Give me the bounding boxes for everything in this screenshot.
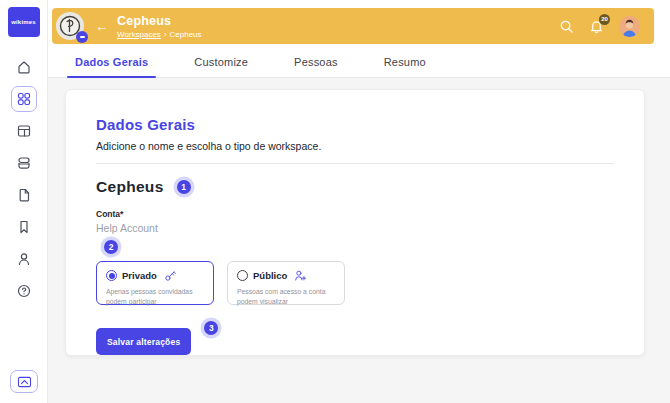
save-row: Salvar alterações 3 (96, 328, 614, 355)
document-icon (16, 187, 32, 203)
sidebar-item-apps[interactable] (0, 83, 48, 115)
edit-logo-badge[interactable] (76, 31, 88, 43)
title-block: Cepheus Workspaces › Cepheus (117, 14, 202, 39)
help-icon (16, 283, 32, 299)
option-privado[interactable]: Privado Apenas pessoas convidadas podem … (96, 261, 214, 305)
database-icon (16, 155, 32, 171)
main-pane: ← Cepheus Workspaces › Cepheus 20 (48, 0, 670, 403)
account-value: Help Account (96, 222, 614, 234)
sidebar-item-documents[interactable] (0, 179, 48, 211)
display-icon (17, 376, 32, 388)
step-1-badge: 1 (177, 180, 191, 194)
option-publico[interactable]: Público Pessoas com acesso a conta podem… (227, 261, 345, 305)
step-2-wrap: 2 (104, 240, 614, 254)
apps-grid-icon (16, 91, 32, 107)
tab-pessoas[interactable]: Pessoas (294, 56, 338, 77)
sidebar-item-bookmarks[interactable] (0, 211, 48, 243)
tab-resumo[interactable]: Resumo (384, 56, 426, 77)
workspace-header: ← Cepheus Workspaces › Cepheus 20 (52, 8, 654, 44)
search-button[interactable] (559, 19, 574, 34)
publico-description: Pessoas com acesso a conta podem visuali… (237, 287, 335, 307)
privado-radio[interactable] (106, 270, 117, 281)
step-2-badge: 2 (104, 240, 118, 254)
active-item-frame (11, 86, 37, 112)
sidebar-bottom (0, 370, 48, 393)
tab-customize[interactable]: Customize (194, 56, 248, 77)
tab-dados-gerais[interactable]: Dados Gerais (75, 56, 148, 77)
user-icon (16, 251, 32, 267)
breadcrumb-current: Cepheus (170, 30, 202, 39)
option-publico-head: Público (237, 269, 335, 282)
save-button[interactable]: Salvar alterações (96, 328, 191, 355)
publico-radio[interactable] (237, 270, 248, 281)
publico-label: Público (253, 270, 287, 281)
breadcrumb-separator: › (164, 30, 167, 39)
general-data-card: Dados Gerais Adicione o nome e escolha o… (65, 89, 645, 356)
section-subtitle: Adicione o nome e escolha o tipo de work… (96, 140, 614, 152)
back-button[interactable]: ← (95, 20, 108, 33)
workspace-name-row: Cepheus 1 (96, 178, 614, 196)
step-3-badge: 3 (204, 321, 218, 335)
home-icon (16, 59, 32, 75)
privado-description: Apenas pessoas convidadas podem particip… (106, 287, 204, 307)
visibility-options: Privado Apenas pessoas convidadas podem … (96, 261, 614, 305)
breadcrumb-workspaces-link[interactable]: Workspaces (117, 30, 161, 39)
sidebar-item-home[interactable] (0, 51, 48, 83)
sidebar: wikimes (0, 0, 48, 403)
sidebar-item-help[interactable] (0, 275, 48, 307)
workspace-logo[interactable] (55, 11, 85, 41)
account-label: Conta* (96, 209, 614, 219)
section-title: Dados Gerais (96, 116, 614, 133)
key-icon (164, 269, 177, 282)
user-avatar[interactable] (619, 16, 640, 37)
bookmark-icon (16, 219, 32, 235)
tab-bar: Dados Gerais Customize Pessoas Resumo (48, 46, 670, 78)
sidebar-item-users[interactable] (0, 243, 48, 275)
workspace-name: Cepheus (96, 178, 164, 196)
content-area: Dados Gerais Adicione o nome e escolha o… (48, 78, 670, 403)
sidebar-item-boards[interactable] (0, 115, 48, 147)
header-actions: 20 (559, 16, 640, 37)
search-icon (559, 19, 574, 34)
page-title: Cepheus (117, 14, 202, 28)
privado-label: Privado (122, 270, 157, 281)
user-add-icon (294, 269, 307, 282)
notifications-button[interactable]: 20 (589, 19, 604, 34)
sidebar-nav (0, 51, 47, 307)
notification-count-badge: 20 (599, 14, 610, 25)
brand-logo-text: wikimes (11, 19, 36, 25)
divider (96, 163, 614, 164)
header-strip: ← Cepheus Workspaces › Cepheus 20 (48, 0, 670, 46)
brand-logo: wikimes (8, 7, 40, 37)
avatar-person-icon (619, 16, 640, 37)
board-icon (16, 123, 32, 139)
option-privado-head: Privado (106, 269, 204, 282)
sidebar-item-display[interactable] (10, 370, 38, 393)
breadcrumb: Workspaces › Cepheus (117, 30, 202, 39)
app-window: wikimes (0, 0, 670, 403)
sidebar-item-database[interactable] (0, 147, 48, 179)
